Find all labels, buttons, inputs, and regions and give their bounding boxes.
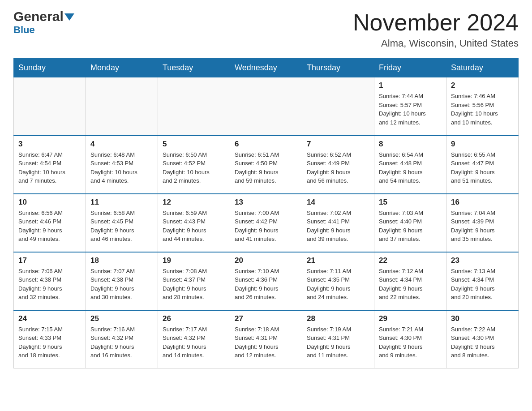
- calendar-cell: 10Sunrise: 6:56 AMSunset: 4:46 PMDayligh…: [14, 194, 86, 252]
- calendar-header-friday: Friday: [374, 59, 446, 77]
- calendar-cell: 5Sunrise: 6:50 AMSunset: 4:52 PMDaylight…: [158, 136, 230, 194]
- calendar-week-1: 1Sunrise: 7:44 AMSunset: 5:57 PMDaylight…: [14, 77, 519, 136]
- day-number: 21: [307, 256, 369, 265]
- location-title: Alma, Wisconsin, United States: [353, 38, 519, 49]
- calendar-cell: 28Sunrise: 7:19 AMSunset: 4:31 PMDayligh…: [302, 310, 374, 368]
- day-number: 16: [451, 198, 514, 207]
- calendar-cell: 20Sunrise: 7:10 AMSunset: 4:36 PMDayligh…: [230, 252, 302, 310]
- day-info: Sunrise: 7:07 AMSunset: 4:38 PMDaylight:…: [90, 267, 153, 302]
- day-info: Sunrise: 7:19 AMSunset: 4:31 PMDaylight:…: [307, 325, 369, 360]
- calendar-cell: 19Sunrise: 7:08 AMSunset: 4:37 PMDayligh…: [158, 252, 230, 310]
- day-info: Sunrise: 7:10 AMSunset: 4:36 PMDaylight:…: [235, 267, 297, 302]
- calendar-cell: 21Sunrise: 7:11 AMSunset: 4:35 PMDayligh…: [302, 252, 374, 310]
- calendar-cell: 7Sunrise: 6:52 AMSunset: 4:49 PMDaylight…: [302, 136, 374, 194]
- calendar-cell: 4Sunrise: 6:48 AMSunset: 4:53 PMDaylight…: [86, 136, 158, 194]
- title-block: November 2024 Alma, Wisconsin, United St…: [353, 9, 519, 49]
- day-info: Sunrise: 7:12 AMSunset: 4:34 PMDaylight:…: [379, 267, 442, 302]
- day-number: 26: [163, 314, 225, 323]
- month-title: November 2024: [353, 9, 519, 36]
- day-info: Sunrise: 7:04 AMSunset: 4:39 PMDaylight:…: [451, 209, 514, 244]
- day-info: Sunrise: 7:46 AMSunset: 5:56 PMDaylight:…: [451, 92, 514, 127]
- calendar-header-monday: Monday: [86, 59, 158, 77]
- day-info: Sunrise: 6:54 AMSunset: 4:48 PMDaylight:…: [379, 150, 442, 185]
- calendar-cell: 6Sunrise: 6:51 AMSunset: 4:50 PMDaylight…: [230, 136, 302, 194]
- day-info: Sunrise: 7:16 AMSunset: 4:32 PMDaylight:…: [90, 325, 153, 360]
- day-info: Sunrise: 6:50 AMSunset: 4:52 PMDaylight:…: [163, 150, 225, 185]
- logo-blue-text: Blue: [13, 24, 35, 35]
- day-info: Sunrise: 6:59 AMSunset: 4:43 PMDaylight:…: [163, 209, 225, 244]
- calendar-cell: 27Sunrise: 7:18 AMSunset: 4:31 PMDayligh…: [230, 310, 302, 368]
- calendar-week-5: 24Sunrise: 7:15 AMSunset: 4:33 PMDayligh…: [14, 310, 519, 368]
- calendar-cell: 18Sunrise: 7:07 AMSunset: 4:38 PMDayligh…: [86, 252, 158, 310]
- page-header: General Blue November 2024 Alma, Wiscons…: [13, 9, 519, 49]
- calendar-week-2: 3Sunrise: 6:47 AMSunset: 4:54 PMDaylight…: [14, 136, 519, 194]
- calendar-cell: [86, 77, 158, 136]
- day-number: 15: [379, 198, 442, 207]
- calendar-cell: 15Sunrise: 7:03 AMSunset: 4:40 PMDayligh…: [374, 194, 446, 252]
- day-number: 22: [379, 256, 442, 265]
- calendar-cell: 26Sunrise: 7:17 AMSunset: 4:32 PMDayligh…: [158, 310, 230, 368]
- calendar-cell: 9Sunrise: 6:55 AMSunset: 4:47 PMDaylight…: [446, 136, 519, 194]
- calendar-header-tuesday: Tuesday: [158, 59, 230, 77]
- day-info: Sunrise: 6:55 AMSunset: 4:47 PMDaylight:…: [451, 150, 514, 185]
- calendar-header-sunday: Sunday: [14, 59, 86, 77]
- day-number: 4: [90, 140, 153, 149]
- day-number: 12: [163, 198, 225, 207]
- day-info: Sunrise: 7:03 AMSunset: 4:40 PMDaylight:…: [379, 209, 442, 244]
- day-number: 18: [90, 256, 153, 265]
- day-info: Sunrise: 7:11 AMSunset: 4:35 PMDaylight:…: [307, 267, 369, 302]
- calendar-cell: [230, 77, 302, 136]
- day-info: Sunrise: 7:22 AMSunset: 4:30 PMDaylight:…: [451, 325, 514, 360]
- svg-marker-0: [64, 13, 74, 21]
- calendar-cell: [14, 77, 86, 136]
- day-number: 3: [18, 140, 81, 149]
- day-info: Sunrise: 7:15 AMSunset: 4:33 PMDaylight:…: [18, 325, 81, 360]
- logo: General Blue: [13, 9, 74, 36]
- day-info: Sunrise: 7:13 AMSunset: 4:34 PMDaylight:…: [451, 267, 514, 302]
- day-number: 30: [451, 314, 514, 323]
- calendar-cell: 12Sunrise: 6:59 AMSunset: 4:43 PMDayligh…: [158, 194, 230, 252]
- calendar-cell: 14Sunrise: 7:02 AMSunset: 4:41 PMDayligh…: [302, 194, 374, 252]
- calendar-cell: [158, 77, 230, 136]
- day-info: Sunrise: 7:21 AMSunset: 4:30 PMDaylight:…: [379, 325, 442, 360]
- logo-arrow-icon: [64, 13, 74, 21]
- calendar-cell: 23Sunrise: 7:13 AMSunset: 4:34 PMDayligh…: [446, 252, 519, 310]
- calendar-cell: 17Sunrise: 7:06 AMSunset: 4:38 PMDayligh…: [14, 252, 86, 310]
- calendar-cell: 2Sunrise: 7:46 AMSunset: 5:56 PMDaylight…: [446, 77, 519, 136]
- calendar-table: SundayMondayTuesdayWednesdayThursdayFrid…: [13, 58, 519, 368]
- calendar-cell: 22Sunrise: 7:12 AMSunset: 4:34 PMDayligh…: [374, 252, 446, 310]
- calendar-header-thursday: Thursday: [302, 59, 374, 77]
- day-info: Sunrise: 7:02 AMSunset: 4:41 PMDaylight:…: [307, 209, 369, 244]
- day-info: Sunrise: 7:18 AMSunset: 4:31 PMDaylight:…: [235, 325, 297, 360]
- calendar-cell: 3Sunrise: 6:47 AMSunset: 4:54 PMDaylight…: [14, 136, 86, 194]
- day-number: 7: [307, 140, 369, 149]
- calendar-week-3: 10Sunrise: 6:56 AMSunset: 4:46 PMDayligh…: [14, 194, 519, 252]
- day-info: Sunrise: 6:58 AMSunset: 4:45 PMDaylight:…: [90, 209, 153, 244]
- calendar-cell: 1Sunrise: 7:44 AMSunset: 5:57 PMDaylight…: [374, 77, 446, 136]
- calendar-cell: 16Sunrise: 7:04 AMSunset: 4:39 PMDayligh…: [446, 194, 519, 252]
- day-number: 11: [90, 198, 153, 207]
- logo-general-text: General: [13, 9, 64, 24]
- day-number: 10: [18, 198, 81, 207]
- day-number: 29: [379, 314, 442, 323]
- day-number: 23: [451, 256, 514, 265]
- calendar-cell: 11Sunrise: 6:58 AMSunset: 4:45 PMDayligh…: [86, 194, 158, 252]
- calendar-header-wednesday: Wednesday: [230, 59, 302, 77]
- calendar-cell: [302, 77, 374, 136]
- day-info: Sunrise: 7:17 AMSunset: 4:32 PMDaylight:…: [163, 325, 225, 360]
- day-number: 6: [235, 140, 297, 149]
- day-number: 9: [451, 140, 514, 149]
- calendar-header-row: SundayMondayTuesdayWednesdayThursdayFrid…: [14, 59, 519, 77]
- calendar-cell: 29Sunrise: 7:21 AMSunset: 4:30 PMDayligh…: [374, 310, 446, 368]
- calendar-header-saturday: Saturday: [446, 59, 519, 77]
- day-number: 19: [163, 256, 225, 265]
- day-number: 25: [90, 314, 153, 323]
- day-number: 17: [18, 256, 81, 265]
- day-info: Sunrise: 6:51 AMSunset: 4:50 PMDaylight:…: [235, 150, 297, 185]
- day-info: Sunrise: 6:56 AMSunset: 4:46 PMDaylight:…: [18, 209, 81, 244]
- day-info: Sunrise: 7:06 AMSunset: 4:38 PMDaylight:…: [18, 267, 81, 302]
- calendar-cell: 13Sunrise: 7:00 AMSunset: 4:42 PMDayligh…: [230, 194, 302, 252]
- day-info: Sunrise: 6:52 AMSunset: 4:49 PMDaylight:…: [307, 150, 369, 185]
- day-info: Sunrise: 7:08 AMSunset: 4:37 PMDaylight:…: [163, 267, 225, 302]
- day-number: 24: [18, 314, 81, 323]
